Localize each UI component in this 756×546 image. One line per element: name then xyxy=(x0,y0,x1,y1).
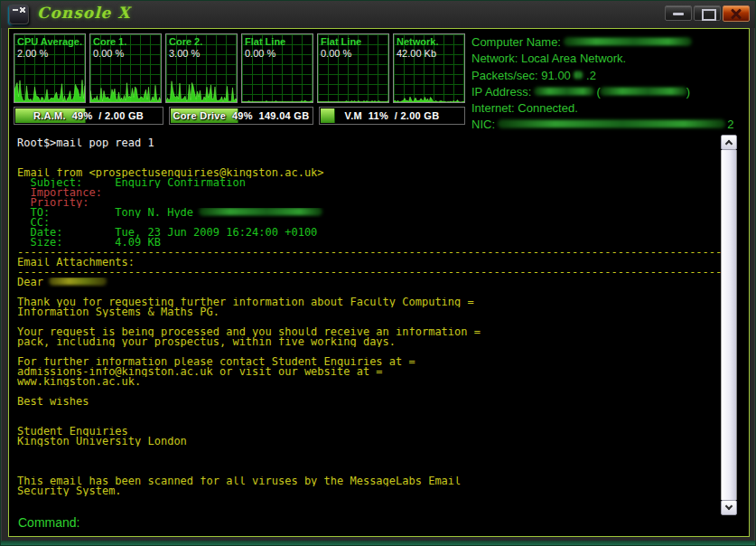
text-segment: Network: Local Area Network. xyxy=(471,52,626,65)
redacted-text xyxy=(601,88,686,95)
scrollbar-thumb[interactable] xyxy=(721,150,737,500)
terminal-line: Information Systems & Maths PG. xyxy=(17,307,721,317)
terminal-line: CC: xyxy=(17,218,721,228)
terminal-line: Security System. xyxy=(17,486,721,496)
monitor-value: 42.00 Kb xyxy=(397,48,436,59)
redacted-text xyxy=(200,208,322,215)
terminal-line: Kingston University London xyxy=(17,437,721,447)
terminal-line: Thank you for requesting further informa… xyxy=(17,297,721,307)
monitor-panel: CPU Average. 2.00 % xyxy=(14,33,86,103)
terminal-line: Email from <prospectusenquiries@kingston… xyxy=(17,168,721,178)
activity-graph xyxy=(90,77,161,102)
monitor-value: 0.00 % xyxy=(321,48,351,59)
minimize-button[interactable] xyxy=(665,5,692,21)
monitor-panel: Flat Line 0.00 % xyxy=(241,33,313,103)
terminal-line xyxy=(17,447,721,457)
terminal-line: Priority: xyxy=(17,198,721,208)
text-segment: Information Systems & Maths PG. xyxy=(17,307,219,317)
text-segment: Importance: xyxy=(17,188,102,198)
terminal-line: ----------------------------------------… xyxy=(17,268,721,278)
text-segment: Email from <prospectusenquiries@kingston… xyxy=(17,168,324,178)
text-segment: Best wishes xyxy=(17,397,89,407)
usage-gauge: Core Drive 49% 149.04 GB xyxy=(169,107,313,125)
console-x-window: Console X CPU Average. 2.00 % Core 1. 0.… xyxy=(0,0,756,546)
command-input-line[interactable]: Command: xyxy=(18,515,714,533)
text-segment: .2 xyxy=(583,69,595,82)
text-segment: 2 xyxy=(724,118,734,131)
text-segment: Date: Tue, 23 Jun 2009 16:24:00 +0100 xyxy=(17,228,317,238)
terminal-line xyxy=(17,457,721,466)
terminal-line xyxy=(17,387,721,397)
terminal-line xyxy=(17,148,721,158)
monitor-panel: Core 1. 0.00 % xyxy=(89,33,162,103)
text-segment: Size: 4.09 KB xyxy=(17,238,161,248)
app-icon[interactable] xyxy=(9,5,29,24)
activity-graph xyxy=(318,77,388,102)
usage-gauge: V.M 11% / 2.00 GB xyxy=(319,107,465,125)
terminal-line: admissions-info@kingston.ac.uk or visit … xyxy=(17,367,721,377)
terminal-line: Student Enquiries xyxy=(17,427,721,437)
window-frame-bottom xyxy=(1,541,755,545)
activity-graph xyxy=(394,77,464,102)
window-title: Console X xyxy=(37,4,131,22)
text-segment: Packets/sec: 91.00 xyxy=(471,69,574,82)
terminal-line xyxy=(17,347,721,357)
activity-graph xyxy=(14,77,85,102)
separator-line: ----------------------------------------… xyxy=(17,268,721,278)
terminal-line: Date: Tue, 23 Jun 2009 16:24:00 +0100 xyxy=(17,228,721,238)
activity-graph xyxy=(166,77,237,102)
terminal-line: Subject: Enquiry Confirmation xyxy=(17,178,721,188)
monitor-value: 0.00 % xyxy=(93,48,124,59)
command-prompt-label: Command: xyxy=(18,515,79,530)
terminal-line xyxy=(17,317,721,327)
system-info-line: IP Address: () xyxy=(471,85,744,101)
text-segment: CC: xyxy=(17,218,50,228)
gauge-text: R.A.M. 49% / 2.00 GB xyxy=(14,108,163,124)
monitor-value: 0.00 % xyxy=(245,48,275,59)
terminal-line: Importance: xyxy=(17,188,721,198)
gauge-text: Core Drive 49% 149.04 GB xyxy=(170,108,313,124)
monitor-label: CPU Average. xyxy=(17,36,82,47)
text-segment: This email has been scanned for all viru… xyxy=(17,476,461,486)
text-segment: Kingston University London xyxy=(17,437,187,447)
redacted-text xyxy=(499,120,724,127)
system-info-line: Network: Local Area Network. xyxy=(471,52,744,68)
text-segment: pack, including your prospectus, within … xyxy=(17,337,396,347)
text-segment: Root$>mail pop read 1 xyxy=(17,138,154,148)
terminal-line: This email has been scanned for all viru… xyxy=(17,476,721,486)
text-segment: ) xyxy=(686,85,690,99)
scroll-up-button[interactable] xyxy=(721,135,737,150)
scroll-down-button[interactable] xyxy=(721,500,737,515)
usage-gauge: R.A.M. 49% / 2.00 GB xyxy=(14,107,163,125)
terminal-scrollbar[interactable] xyxy=(721,135,737,515)
text-segment: For further information please contact S… xyxy=(17,357,415,367)
monitor-value: 3.00 % xyxy=(169,48,200,59)
redacted-text xyxy=(565,38,691,45)
text-segment: NIC: xyxy=(471,118,499,131)
monitor-label: Flat Line xyxy=(321,36,361,47)
redacted-text xyxy=(50,278,106,285)
terminal-line xyxy=(17,158,721,168)
text-segment: Dear xyxy=(17,278,50,287)
text-segment: Computer Name: xyxy=(471,35,565,49)
close-button[interactable] xyxy=(723,5,750,22)
gauge-text: V.M 11% / 2.00 GB xyxy=(320,108,464,124)
separator-line: ----------------------------------------… xyxy=(17,248,721,258)
text-segment: Priority: xyxy=(17,198,89,208)
terminal-line: pack, including your prospectus, within … xyxy=(17,337,721,347)
monitor-label: Core 2. xyxy=(169,36,202,47)
monitor-label: Flat Line xyxy=(245,36,285,47)
terminal-output[interactable]: Root$>mail pop read 1Email from <prospec… xyxy=(9,135,721,515)
text-segment: Your request is being processed and you … xyxy=(17,327,481,337)
text-segment: www.kingston.ac.uk. xyxy=(17,377,141,387)
system-info-line: Computer Name: xyxy=(471,35,744,52)
text-segment: TO: Tony N. Hyde xyxy=(17,208,200,218)
terminal-line xyxy=(17,466,721,476)
terminal-line: Email Attachments: xyxy=(17,258,721,268)
client-area: CPU Average. 2.00 % Core 1. 0.00 % Core … xyxy=(8,28,750,537)
terminal-line xyxy=(17,407,721,417)
maximize-button[interactable] xyxy=(694,5,721,21)
text-segment: IP Address: xyxy=(471,85,535,99)
title-bar[interactable]: Console X xyxy=(1,1,755,28)
text-segment: admissions-info@kingston.ac.uk or visit … xyxy=(17,367,383,377)
